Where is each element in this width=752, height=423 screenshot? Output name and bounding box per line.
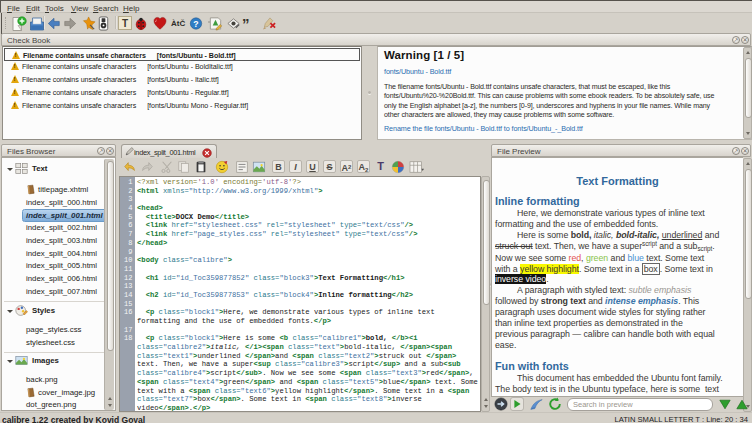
svg-text:?: ? — [193, 19, 198, 29]
